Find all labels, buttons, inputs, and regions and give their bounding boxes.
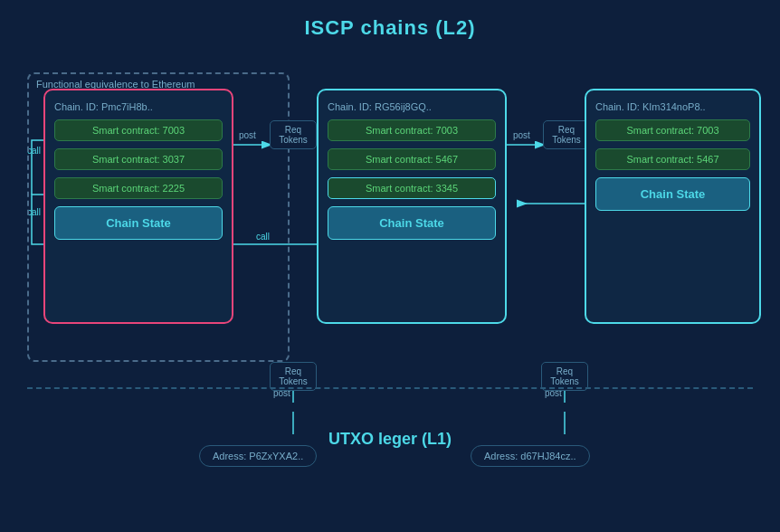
chain-1-id: Chain. ID: Pmc7iH8b.. bbox=[54, 101, 223, 112]
chain-2-sc-3345: Smart contract: 3345 bbox=[328, 177, 496, 199]
chain-1-sc-2225: Smart contract: 2225 bbox=[54, 177, 223, 199]
chain-3-sc-5467: Smart contract: 5467 bbox=[595, 148, 750, 170]
address-badge-1: Adress: P6ZxYXA2.. bbox=[199, 445, 317, 467]
chain-1-chain-state[interactable]: Chain State bbox=[54, 206, 223, 240]
utxo-title: UTXO leger (L1) bbox=[27, 430, 753, 449]
chain-1-box: Chain. ID: Pmc7iH8b.. Smart contract: 70… bbox=[43, 89, 233, 324]
chain-2-id: Chain. ID: RG56ij8GQ.. bbox=[328, 101, 496, 112]
chain-3-box: Chain. ID: KIm314noP8.. Smart contract: … bbox=[585, 89, 761, 324]
chain-3-id: Chain. ID: KIm314noP8.. bbox=[595, 101, 750, 112]
main-title: ISCP chains (L2) bbox=[0, 0, 780, 40]
chain-2-box: Chain. ID: RG56ij8GQ.. Smart contract: 7… bbox=[317, 89, 507, 324]
chain-2-chain-state[interactable]: Chain State bbox=[328, 206, 496, 240]
utxo-area: UTXO leger (L1) bbox=[27, 387, 753, 478]
address-badge-2: Adress: d67HJ84cz.. bbox=[471, 445, 590, 467]
chain-3-sc-7003: Smart contract: 7003 bbox=[595, 119, 750, 141]
req-tokens-top-right: ReqTokens bbox=[543, 120, 590, 149]
chain-2-sc-7003: Smart contract: 7003 bbox=[328, 119, 496, 141]
svg-text:post: post bbox=[513, 130, 530, 140]
req-tokens-top-left: ReqTokens bbox=[270, 120, 317, 149]
chain-1-sc-3037: Smart contract: 3037 bbox=[54, 148, 223, 170]
chain-1-sc-7003: Smart contract: 7003 bbox=[54, 119, 223, 141]
chain-2-sc-5467: Smart contract: 5467 bbox=[328, 148, 496, 170]
chain-3-chain-state[interactable]: Chain State bbox=[595, 177, 750, 211]
